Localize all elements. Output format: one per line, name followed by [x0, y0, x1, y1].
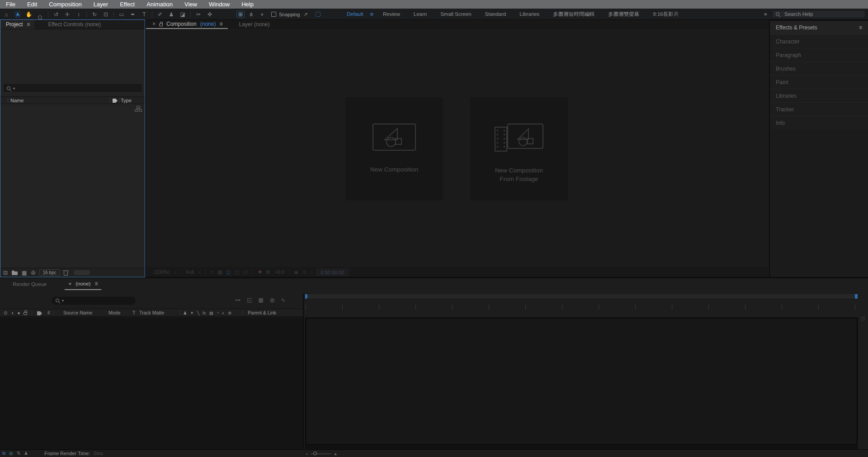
rulers-grid-icon[interactable]: ◰ — [243, 269, 248, 275]
workspace-learn[interactable]: Learn — [407, 9, 434, 20]
search-options-caret-icon[interactable]: ▾ — [13, 86, 15, 90]
tab-project[interactable]: Project ≡ — [0, 20, 34, 29]
column-index[interactable]: # — [47, 310, 50, 315]
workspace-menu-icon[interactable]: ≡ — [370, 9, 376, 20]
panel-paint[interactable]: Paint — [770, 75, 868, 89]
camera-marquee-tool-icon[interactable]: ⊡ — [102, 11, 109, 18]
panel-menu-icon[interactable]: ≡ — [27, 21, 30, 28]
motion-blur-icon[interactable]: ◍ — [270, 297, 274, 303]
transparency-grid-icon[interactable]: ▦ — [217, 269, 222, 275]
tab-layer[interactable]: Layer (none) — [239, 21, 269, 28]
track-area[interactable] — [305, 317, 858, 449]
workspace-multilayer-dual-screen[interactable]: 多圖層雙螢幕 — [601, 9, 646, 20]
layer-list-area[interactable] — [0, 317, 303, 449]
workspace-small-screen[interactable]: Small Screen — [434, 9, 478, 20]
dolly-camera-tool-icon[interactable]: ↕ — [75, 11, 82, 18]
workspace-default[interactable]: Default — [340, 9, 370, 20]
shape-tool-icon[interactable]: ▭ — [118, 11, 125, 18]
new-composition-from-footage-button[interactable]: New Composition From Footage — [470, 97, 568, 200]
region-of-interest-icon[interactable]: ◻ — [226, 269, 231, 275]
zoom-in-icon[interactable]: ▲ — [333, 451, 338, 456]
clone-stamp-tool-icon[interactable]: ♟ — [168, 11, 175, 18]
workspace-review[interactable]: Review — [376, 9, 407, 20]
pen-tool-icon[interactable]: ✒ — [129, 11, 137, 18]
snap-options-icon[interactable]: ↗ — [302, 11, 309, 18]
close-tab-icon[interactable]: × — [152, 21, 156, 27]
trash-icon[interactable] — [64, 270, 68, 276]
zoom-slider[interactable] — [311, 453, 331, 454]
mask-visibility-icon[interactable]: ◫ — [235, 269, 239, 275]
panel-menu-icon[interactable]: ≡ — [219, 21, 222, 27]
column-parent-link[interactable]: Parent & Link — [248, 310, 276, 315]
pan-camera-tool-icon[interactable]: ✛ — [64, 11, 71, 18]
panel-character[interactable]: Character — [770, 34, 868, 48]
label-column-icon[interactable] — [37, 311, 42, 315]
hand-tool-icon[interactable]: ✋ — [25, 11, 33, 18]
frame-blend-switch-icon[interactable]: ▤ — [209, 310, 213, 315]
type-tool-icon[interactable]: T — [141, 11, 148, 18]
current-time-field[interactable]: 0:00:00:00 — [316, 269, 349, 276]
effects-switch-icon[interactable]: fx — [203, 310, 206, 315]
frame-blending-icon[interactable]: ▦ — [258, 297, 263, 303]
new-folder-icon[interactable] — [12, 271, 18, 275]
motion-blur-switch-icon[interactable]: ◔ — [217, 310, 219, 315]
magnification-dropdown[interactable]: (100%) — [154, 269, 170, 275]
interpret-footage-icon[interactable]: ⊟ — [3, 270, 8, 276]
eraser-tool-icon[interactable]: ◪ — [179, 11, 186, 18]
live-update-icon[interactable]: ⧉ — [2, 451, 5, 456]
footer-scrollbar[interactable] — [74, 270, 90, 275]
graph-editor-icon[interactable]: ∿ — [281, 297, 285, 303]
comp-mini-flowchart-icon[interactable]: ⊶ — [235, 297, 241, 303]
exposure-value[interactable]: +0.0 — [275, 269, 285, 275]
view-axis-mode-icon[interactable]: ⌖ — [259, 11, 266, 18]
timeline-divider[interactable] — [303, 293, 304, 449]
lock-column-icon[interactable] — [24, 312, 27, 315]
new-composition-button[interactable]: New Composition — [345, 97, 443, 200]
solo-column-icon[interactable]: ● — [17, 310, 20, 315]
show-channel-icon[interactable]: ❖ — [258, 269, 262, 275]
menu-item[interactable]: Edit — [21, 0, 43, 9]
exposure-icon[interactable]: ❂ — [266, 269, 270, 275]
snapping-checkbox[interactable] — [271, 12, 276, 17]
rotation-tool-icon[interactable]: ↻ — [91, 11, 98, 18]
workspace-multilayer-short-edit[interactable]: 多圖層短時間編輯 — [546, 9, 601, 20]
column-type[interactable]: Type — [121, 98, 132, 103]
workspace-overflow-icon[interactable]: » — [764, 9, 767, 20]
adjustment-layer-switch-icon[interactable]: ◐ — [222, 310, 225, 315]
menu-item[interactable]: View — [179, 0, 203, 9]
snap-region-icon[interactable] — [316, 12, 321, 17]
zoom-out-icon[interactable]: ▲ — [306, 452, 308, 455]
column-t[interactable]: T — [132, 310, 135, 315]
collapse-switch-icon[interactable]: ✦ — [190, 310, 194, 315]
shy-layers-icon[interactable]: ♟ — [24, 451, 28, 456]
menu-item[interactable]: Layer — [88, 0, 114, 9]
time-ruler-ticks[interactable] — [306, 305, 857, 309]
menu-item[interactable]: Effect — [114, 0, 141, 9]
comp-button-icon[interactable]: ◫ — [861, 316, 865, 321]
panel-menu-icon[interactable]: ≡ — [94, 281, 98, 287]
bit-depth-button[interactable]: 16 bpc — [39, 269, 59, 276]
project-flowchart-icon[interactable] — [135, 106, 142, 112]
new-composition-icon[interactable]: ▦ — [22, 270, 27, 276]
column-divider[interactable] — [119, 98, 119, 103]
menu-item[interactable]: Animation — [141, 0, 179, 9]
orbit-camera-tool-icon[interactable]: ↺ — [52, 11, 60, 18]
panel-info[interactable]: Info — [770, 116, 868, 129]
panel-brushes[interactable]: Brushes — [770, 62, 868, 75]
timeline-search-input[interactable]: ▾ — [51, 296, 136, 305]
selection-tool-icon[interactable]: ➤ — [14, 10, 22, 18]
render-order-icon[interactable]: ⇅ — [17, 451, 20, 456]
roto-brush-tool-icon[interactable]: ✂ — [195, 11, 202, 18]
workspace-9-16-long-video[interactable]: 9:16長影片 — [646, 9, 685, 20]
tab-render-queue[interactable]: Render Queue — [13, 281, 47, 287]
tab-composition[interactable]: × Composition (none) ≡ — [146, 20, 228, 29]
3d-layer-switch-icon[interactable]: ⊚ — [228, 310, 231, 315]
workspace-libraries[interactable]: Libraries — [513, 9, 546, 20]
home-icon[interactable]: ⌂ — [3, 11, 10, 18]
lock-icon[interactable] — [159, 24, 163, 26]
quality-switch-icon[interactable]: ╲ — [197, 310, 200, 315]
resolution-dropdown[interactable]: Full — [186, 269, 194, 275]
close-tab-icon[interactable]: × — [68, 281, 71, 286]
shy-switch-icon[interactable]: ♟ — [183, 310, 187, 315]
time-navigator-bar[interactable] — [305, 294, 858, 299]
